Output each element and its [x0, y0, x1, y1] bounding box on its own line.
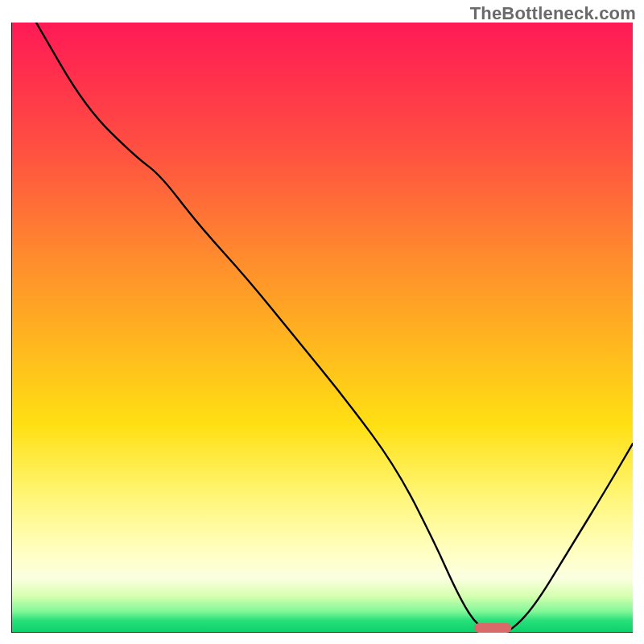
- optimum-marker: [474, 623, 511, 633]
- axis-frame: [11, 23, 633, 633]
- bottleneck-curve: [36, 23, 633, 633]
- chart-overlay: [11, 23, 633, 633]
- plot-area: [11, 23, 633, 633]
- bottleneck-chart: TheBottleneck.com: [0, 0, 644, 644]
- watermark-label: TheBottleneck.com: [470, 3, 636, 24]
